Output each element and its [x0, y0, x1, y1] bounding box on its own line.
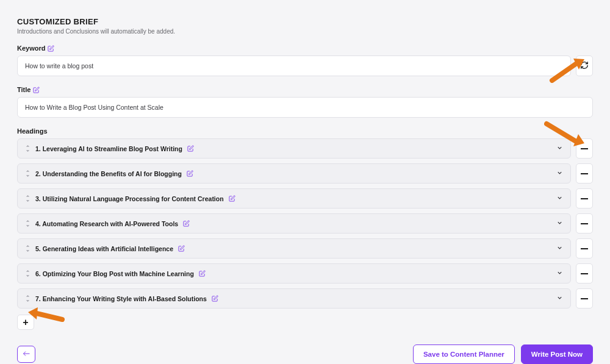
drag-handle-icon[interactable]	[25, 219, 30, 227]
heading-item[interactable]: 1. Leveraging AI to Streamline Blog Post…	[17, 138, 571, 159]
keyword-label: Keyword	[17, 45, 593, 52]
heading-item[interactable]: 7. Enhancing Your Writing Style with AI-…	[17, 288, 571, 309]
drag-handle-icon[interactable]	[25, 294, 30, 302]
title-label: Title	[17, 86, 593, 93]
refresh-icon	[580, 61, 589, 71]
edit-icon[interactable]	[187, 145, 194, 152]
drag-handle-icon[interactable]	[25, 194, 30, 202]
remove-heading-button[interactable]	[576, 263, 593, 284]
remove-heading-button[interactable]	[576, 238, 593, 259]
remove-heading-button[interactable]	[576, 138, 593, 159]
svg-rect-4	[581, 248, 588, 249]
edit-icon[interactable]	[48, 45, 54, 52]
edit-icon[interactable]	[199, 270, 206, 277]
heading-item[interactable]: 6. Optimizing Your Blog Post with Machin…	[17, 263, 571, 284]
page-subtitle: Introductions and Conclusions will autom…	[17, 28, 593, 35]
edit-icon[interactable]	[229, 195, 235, 202]
title-input[interactable]	[17, 97, 593, 118]
svg-rect-5	[581, 273, 588, 274]
heading-item[interactable]: 5. Generating Ideas with Artificial Inte…	[17, 238, 571, 259]
edit-icon[interactable]	[178, 245, 185, 252]
remove-heading-button[interactable]	[576, 213, 593, 234]
heading-item[interactable]: 3. Utilizing Natural Language Processing…	[17, 188, 571, 209]
save-to-planner-button[interactable]: Save to Content Planner	[413, 344, 515, 364]
heading-item[interactable]: 4. Automating Research with AI-Powered T…	[17, 213, 571, 234]
heading-text: 4. Automating Research with AI-Powered T…	[35, 220, 178, 227]
drag-handle-icon[interactable]	[25, 269, 30, 277]
heading-text: 2. Understanding the Benefits of AI for …	[35, 170, 182, 177]
chevron-down-icon[interactable]	[556, 294, 563, 302]
drag-handle-icon[interactable]	[25, 244, 30, 252]
heading-text: 6. Optimizing Your Blog Post with Machin…	[35, 270, 194, 277]
headings-label: Headings	[17, 127, 593, 135]
remove-heading-button[interactable]	[576, 163, 593, 184]
drag-handle-icon[interactable]	[25, 170, 30, 177]
remove-heading-button[interactable]	[576, 188, 593, 209]
chevron-down-icon[interactable]	[556, 170, 563, 177]
keyword-input[interactable]	[17, 55, 571, 76]
svg-rect-2	[581, 198, 588, 199]
edit-icon[interactable]	[187, 170, 193, 177]
chevron-down-icon[interactable]	[556, 194, 563, 202]
back-button[interactable]	[17, 346, 35, 363]
heading-text: 1. Leveraging AI to Streamline Blog Post…	[35, 145, 182, 152]
chevron-down-icon[interactable]	[556, 219, 563, 227]
chevron-down-icon[interactable]	[556, 145, 563, 152]
edit-icon[interactable]	[212, 295, 218, 302]
svg-rect-3	[581, 223, 588, 224]
heading-text: 3. Utilizing Natural Language Processing…	[35, 195, 224, 202]
svg-rect-0	[581, 148, 588, 149]
page-title: CUSTOMIZED BRIEF	[17, 17, 593, 26]
refresh-button[interactable]	[576, 55, 593, 76]
heading-text: 5. Generating Ideas with Artificial Inte…	[35, 245, 173, 252]
svg-rect-1	[581, 173, 588, 174]
heading-item[interactable]: 2. Understanding the Benefits of AI for …	[17, 163, 571, 184]
chevron-down-icon[interactable]	[556, 269, 563, 277]
add-heading-button[interactable]: +	[17, 315, 34, 330]
drag-handle-icon[interactable]	[25, 145, 30, 152]
chevron-down-icon[interactable]	[556, 244, 563, 252]
arrow-left-icon	[22, 349, 31, 359]
write-post-button[interactable]: Write Post Now	[521, 344, 593, 364]
svg-rect-6	[581, 298, 588, 299]
edit-icon[interactable]	[33, 87, 40, 93]
edit-icon[interactable]	[183, 220, 190, 227]
remove-heading-button[interactable]	[576, 288, 593, 309]
heading-text: 7. Enhancing Your Writing Style with AI-…	[35, 295, 207, 302]
